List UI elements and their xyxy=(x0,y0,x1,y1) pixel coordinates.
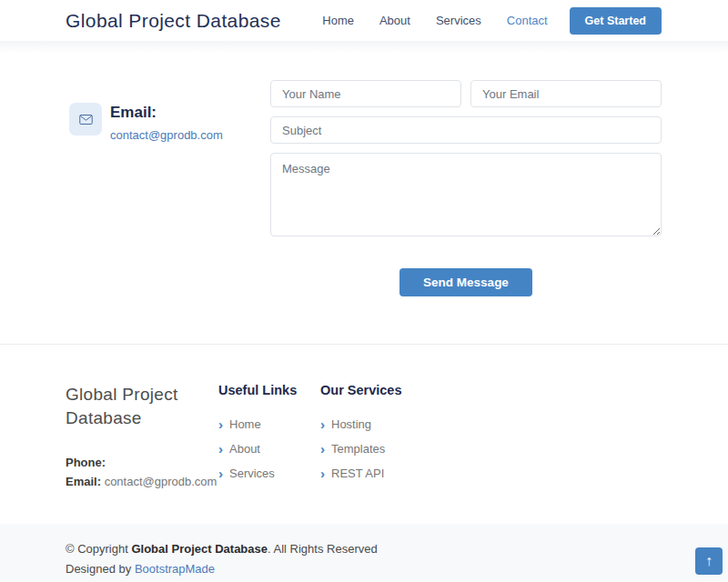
name-input[interactable] xyxy=(270,80,461,107)
footer-useful-links: Useful Links › Home › About › Services xyxy=(218,383,320,524)
nav-about[interactable]: About xyxy=(379,14,410,27)
header-shadow-strip xyxy=(0,41,728,55)
footer: Global Project Database Phone: Email: co… xyxy=(0,344,728,582)
footer-link-templates[interactable]: Templates xyxy=(331,442,385,456)
footer-top: Global Project Database Phone: Email: co… xyxy=(0,344,728,524)
footer-link-item: › Services xyxy=(218,461,320,486)
footer-logo[interactable]: Global Project Database xyxy=(66,383,218,429)
chevron-right-icon: › xyxy=(320,417,325,431)
footer-phone-label: Phone: xyxy=(66,456,106,469)
nav-home[interactable]: Home xyxy=(322,14,354,27)
footer-link-item: › Hosting xyxy=(320,412,422,436)
footer-link-about[interactable]: About xyxy=(229,442,260,456)
footer-about: Global Project Database Phone: Email: co… xyxy=(66,383,218,524)
nav-services[interactable]: Services xyxy=(436,14,481,27)
contact-info-text: Email: contact@gprodb.com xyxy=(110,103,223,143)
footer-column-title: Our Services xyxy=(320,383,422,397)
footer-link-services[interactable]: Services xyxy=(229,467,275,480)
footer-logo-line1: Global Project xyxy=(66,383,218,406)
footer-link-item: › Home xyxy=(218,412,320,436)
footer-logo-line2: Database xyxy=(66,406,218,430)
get-started-button[interactable]: Get Started xyxy=(570,7,662,35)
contact-info: Email: contact@gprodb.com xyxy=(66,80,243,344)
footer-bottom: © Copyright Global Project Database. All… xyxy=(0,524,728,582)
credits-line: Designed by BootstrapMade xyxy=(66,559,662,579)
contact-form: Send Message xyxy=(270,80,662,344)
chevron-right-icon: › xyxy=(218,442,223,456)
arrow-up-icon: ↑ xyxy=(705,553,713,569)
copyright-brand: Global Project Database xyxy=(131,542,268,556)
footer-email-value: contact@gprodb.com xyxy=(101,475,217,488)
footer-link-item: › Templates xyxy=(320,436,422,461)
email-input[interactable] xyxy=(470,80,662,107)
chevron-right-icon: › xyxy=(320,442,325,456)
footer-link-hosting[interactable]: Hosting xyxy=(331,417,371,431)
footer-our-services: Our Services › Hosting › Templates › RES… xyxy=(320,383,422,524)
name-email-row xyxy=(270,80,662,107)
contact-email-link[interactable]: contact@gprodb.com xyxy=(110,128,223,142)
envelope-icon xyxy=(69,103,102,135)
header: Global Project Database Home About Servi… xyxy=(0,0,728,41)
copyright-prefix: © Copyright xyxy=(66,542,131,556)
footer-link-rest-api[interactable]: REST API xyxy=(331,467,384,480)
chevron-right-icon: › xyxy=(218,417,223,431)
copyright-suffix: . All Rights Reserved xyxy=(268,542,378,556)
copyright-line: © Copyright Global Project Database. All… xyxy=(66,539,662,559)
site-logo[interactable]: Global Project Database xyxy=(66,10,281,32)
subject-input[interactable] xyxy=(270,116,662,144)
send-message-button[interactable]: Send Message xyxy=(399,268,532,296)
credits-prefix: Designed by xyxy=(66,562,135,576)
footer-column-title: Useful Links xyxy=(218,383,320,397)
page: Global Project Database Home About Servi… xyxy=(0,0,728,582)
footer-link-home[interactable]: Home xyxy=(229,417,261,431)
footer-link-item: › REST API xyxy=(320,461,422,486)
contact-info-title: Email: xyxy=(110,104,223,122)
scroll-to-top-button[interactable]: ↑ xyxy=(695,547,723,575)
chevron-right-icon: › xyxy=(218,467,223,480)
footer-link-item: › About xyxy=(218,436,320,461)
main-nav: Home About Services Contact Get Started xyxy=(297,7,662,35)
chevron-right-icon: › xyxy=(320,467,325,480)
footer-contact-block: Phone: Email: contact@gprodb.com xyxy=(66,454,218,492)
message-textarea[interactable] xyxy=(270,153,662,236)
submit-row: Send Message xyxy=(270,268,662,296)
footer-email-label: Email: xyxy=(66,475,101,488)
contact-section: Email: contact@gprodb.com Send Message xyxy=(0,55,728,344)
nav-contact[interactable]: Contact xyxy=(507,14,548,27)
bootstrapmade-link[interactable]: BootstrapMade xyxy=(135,562,215,576)
